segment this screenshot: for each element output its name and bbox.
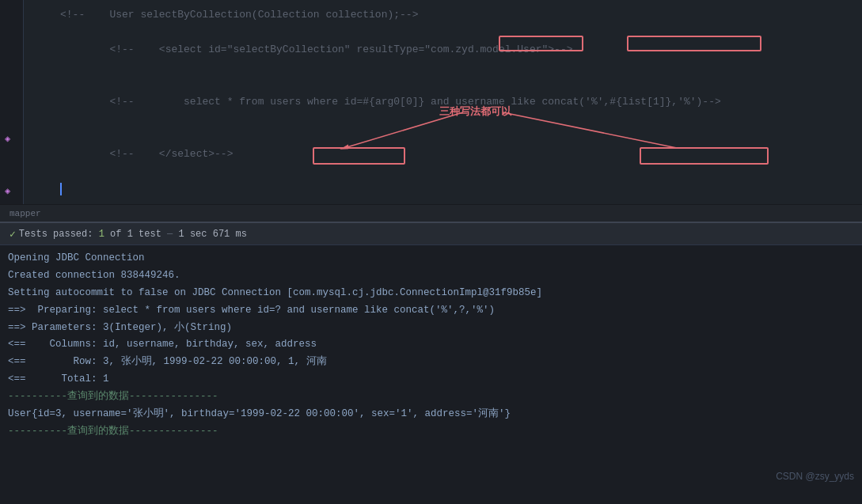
breadcrumb-text: mapper (9, 209, 41, 218)
code-line-4: <!-- </select>--> (30, 128, 862, 180)
annotation-text: 三种写法都可以 (439, 105, 511, 117)
line-comment-1: <!-- User selectByCollection(Collection … (60, 6, 418, 24)
code-line-5 (30, 180, 862, 198)
annotation-area: 三种写法都可以 (439, 104, 511, 119)
breadcrumb-bar: mapper (0, 204, 862, 222)
code-line-1: <!-- User selectByCollection(Collection … (30, 6, 862, 24)
code-block: <!-- User selectByCollection(Collection … (0, 0, 862, 222)
test-of: of (110, 229, 127, 240)
console-line-6: <== Columns: id, username, birthday, sex… (8, 336, 854, 354)
test-time: 1 sec 671 ms (179, 229, 247, 240)
console-line-4: ==> Preparing: select * from users where… (8, 302, 854, 320)
test-check-icon: ✓ (9, 228, 16, 241)
editor-area: ◈ ◈ <!-- User selectByCollection(Collect… (0, 0, 862, 222)
cursor-bar (60, 183, 62, 195)
console-line-2: Created connection 838449246. (8, 267, 854, 285)
test-dash: — (167, 229, 178, 240)
console-line-3: Setting autocommit to false on JDBC Conn… (8, 285, 854, 302)
code-line-3: <!-- select * from users where id=#{arg0… (30, 76, 862, 128)
line-comment-2: <!-- <select id="selectByCollection" res… (109, 44, 572, 55)
line-comment-4: <!-- </select>--> (109, 148, 233, 160)
console-line-7: <== Row: 3, 张小明, 1999-02-22 00:00:00, 1,… (8, 354, 854, 371)
csdn-watermark: CSDN @zsy_yyds (776, 471, 854, 482)
console-line-1: Opening JDBC Connection (8, 250, 854, 267)
console-line-5: ==> Parameters: 3(Integer), 小(String) (8, 320, 854, 337)
console-line-10: User{id=3, username='张小明', birthday='199… (8, 406, 854, 423)
test-passed-label: Tests passed: (19, 229, 93, 240)
console-line-11: ----------查询到的数据--------------- (8, 423, 854, 441)
test-passed-count: 1 (99, 229, 104, 240)
test-status-bar: ✓ Tests passed: 1 of 1 test — 1 sec 671 … (0, 223, 862, 245)
code-line-2: <!-- <select id="selectByCollection" res… (30, 24, 862, 76)
line-comment-3: <!-- select * from users where id=#{arg0… (109, 96, 720, 108)
bottom-panel: ✓ Tests passed: 1 of 1 test — 1 sec 671 … (0, 222, 862, 504)
console-line-9: ----------查询到的数据--------------- (8, 388, 854, 406)
bookmark-icon-2: ◈ (5, 185, 10, 197)
bookmark-icon: ◈ (5, 133, 10, 145)
test-label: test (139, 229, 167, 240)
test-status-label: Tests passed: 1 of 1 test — 1 sec 671 ms (19, 229, 247, 240)
console-output: Opening JDBC Connection Created connecti… (0, 245, 862, 445)
console-line-8: <== Total: 1 (8, 371, 854, 388)
test-total: 1 (127, 229, 133, 240)
